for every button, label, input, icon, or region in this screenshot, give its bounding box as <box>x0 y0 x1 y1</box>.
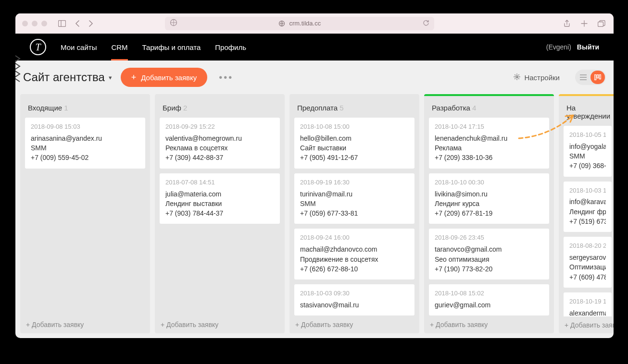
lead-card[interactable]: 2018-09-08 15:03arinasanina@yandex.ruSMM… <box>25 118 145 169</box>
card-email: valentiva@homegrown.ru <box>165 133 274 143</box>
card-date: 2018-08-20 22:45 <box>569 242 606 251</box>
lead-card[interactable]: 2018-07-08 14:51julia@materia.comЛендинг… <box>160 173 280 224</box>
add-lead-label: Добавить заявку <box>141 73 197 82</box>
column-add-button[interactable]: Добавить заявку <box>155 316 285 333</box>
tilda-logo[interactable]: T <box>30 39 46 55</box>
column-header[interactable]: На утверждении <box>559 96 614 126</box>
column-count: 4 <box>472 104 476 112</box>
kanban-column: На утверждении2018-10-05 10:10info@yogal… <box>559 94 614 333</box>
card-phone: +7 (059) 677-33-81 <box>300 208 409 218</box>
card-phone: +7 (009) 559-45-02 <box>31 153 139 162</box>
column-header[interactable]: Бриф2 <box>155 96 285 118</box>
card-service: SMM <box>300 199 409 208</box>
card-email: guriev@gmail.com <box>435 300 543 310</box>
traffic-lights <box>22 21 47 26</box>
card-phone: +7 (190) 773-82-20 <box>435 264 543 274</box>
card-service: Лендинг франшизы <box>569 207 606 217</box>
card-date: 2018-10-24 17:15 <box>435 122 543 132</box>
card-phone: +7 (626) 672-88-10 <box>300 264 409 274</box>
kanban-view-button[interactable] <box>590 71 605 84</box>
card-date: 2018-09-19 16:30 <box>300 178 409 187</box>
add-lead-button[interactable]: + Добавить заявку <box>121 68 208 87</box>
column-cards: 2018-09-08 15:03arinasanina@yandex.ruSMM… <box>20 118 150 316</box>
logout-link[interactable]: Выйти <box>577 43 599 51</box>
user-name: (Evgeni) <box>546 43 571 51</box>
lead-card[interactable]: 2018-08-20 22:45sergeysarov@yaОптимизаци… <box>564 237 612 288</box>
column-cards: 2018-10-08 15:00hello@billen.comСайт выс… <box>289 118 419 316</box>
lead-card[interactable]: 2018-10-03 09:30stasivanov@mail.ru <box>294 284 414 315</box>
card-email: turinivan@mail.ru <box>300 189 409 199</box>
card-service: Оптимизация <box>569 262 606 272</box>
column-header[interactable]: Входящие1 <box>20 96 150 118</box>
lead-card[interactable]: 2018-09-26 23:45taranovco@gmail.comSeo о… <box>429 229 549 279</box>
view-toggle <box>575 70 606 85</box>
svg-rect-6 <box>595 75 596 80</box>
nav-item[interactable]: Тарифы и оплата <box>142 34 201 61</box>
url-bar[interactable]: crm.tilda.cc <box>165 17 434 30</box>
card-email: julia@materia.com <box>165 189 274 199</box>
list-view-button[interactable] <box>576 71 590 84</box>
settings-link[interactable]: Настройки <box>514 73 560 82</box>
column-cards: 2018-10-24 17:15lenenadenchuk@mail.ruРек… <box>424 118 554 316</box>
lead-card[interactable]: 2018-10-08 15:02guriev@gmail.com <box>429 284 549 315</box>
kanban-board: Входящие12018-09-08 15:03arinasanina@yan… <box>15 94 614 338</box>
card-phone: +7 (519) 673- <box>569 217 606 226</box>
lead-card[interactable]: 2018-10-05 10:10info@yogalandSMM+7 (09) … <box>564 126 612 177</box>
board-title-text: Сайт агентства <box>23 71 105 84</box>
refresh-icon[interactable] <box>423 19 429 27</box>
zoom-dot[interactable] <box>41 21 47 26</box>
nav-item[interactable]: CRM <box>111 34 127 61</box>
browser-chrome: crm.tilda.cc <box>15 13 614 34</box>
chevron-down-icon: ▾ <box>109 74 112 81</box>
tabs-icon[interactable] <box>596 18 607 29</box>
board-title-dropdown[interactable]: Сайт агентства ▾ <box>23 71 112 84</box>
column-add-button[interactable]: Добавить заявку <box>559 316 614 333</box>
column-header[interactable]: Предоплата5 <box>289 96 419 118</box>
kanban-column: Предоплата52018-10-08 15:00hello@billen.… <box>289 94 419 333</box>
svg-rect-8 <box>600 75 601 79</box>
column-add-button[interactable]: Добавить заявку <box>20 316 150 333</box>
lead-card[interactable]: 2018-09-24 16:00machail@zhdanovco.comПро… <box>294 229 414 279</box>
lead-card[interactable]: 2018-10-03 16:30info@karavai.ruЛендинг ф… <box>564 182 612 232</box>
lead-card[interactable]: 2018-09-29 15:22valentiva@homegrown.ruРе… <box>160 118 280 169</box>
forward-icon[interactable] <box>86 18 96 29</box>
column-title: Предоплата <box>297 104 338 112</box>
column-title: Бриф <box>163 104 181 112</box>
lead-card[interactable]: 2018-10-08 15:00hello@billen.comСайт выс… <box>294 118 414 169</box>
card-phone: +7 (209) 338-10-36 <box>435 153 543 162</box>
board-toolbar: Сайт агентства ▾ + Добавить заявку ••• Н… <box>15 61 614 94</box>
card-email: info@yogaland <box>569 142 606 151</box>
card-date: 2018-10-10 00:30 <box>435 178 543 187</box>
kanban-column: Входящие12018-09-08 15:03arinasanina@yan… <box>20 94 150 333</box>
column-cards: 2018-09-29 15:22valentiva@homegrown.ruРе… <box>155 118 285 316</box>
card-date: 2018-10-05 10:10 <box>569 131 606 140</box>
column-add-button[interactable]: Добавить заявку <box>424 316 554 333</box>
back-icon[interactable] <box>72 18 83 29</box>
more-icon[interactable]: ••• <box>216 70 236 85</box>
column-header[interactable]: Разработка4 <box>424 96 554 118</box>
card-email: arinasanina@yandex.ru <box>31 133 139 143</box>
nav-item[interactable]: Мои сайты <box>61 34 97 61</box>
lead-card[interactable]: 2018-10-10 00:30livikina@simon.ruЛендинг… <box>429 173 549 224</box>
card-email: hello@billen.com <box>300 133 409 143</box>
lead-card[interactable]: 2018-09-19 16:30turinivan@mail.ruSMM+7 (… <box>294 173 414 224</box>
card-phone: +7 (609) 478- <box>569 272 606 282</box>
lead-card[interactable]: 2018-10-19 16:30alexandermalin <box>564 292 612 316</box>
close-dot[interactable] <box>22 21 28 26</box>
column-title: Входящие <box>28 104 62 112</box>
lead-card[interactable]: 2018-10-24 17:15lenenadenchuk@mail.ruРек… <box>429 118 549 169</box>
card-date: 2018-10-08 15:00 <box>300 122 409 132</box>
new-tab-icon[interactable] <box>579 18 590 29</box>
minimize-dot[interactable] <box>32 21 38 26</box>
svg-point-5 <box>516 75 518 77</box>
nav-item[interactable]: Профиль <box>215 34 246 61</box>
column-cards: 2018-10-05 10:10info@yogalandSMM+7 (09) … <box>559 126 614 316</box>
app-nav: T Мои сайтыCRMТарифы и оплатаПрофиль (Ev… <box>15 34 614 61</box>
card-email: machail@zhdanovco.com <box>300 244 409 254</box>
column-count: 5 <box>339 104 343 112</box>
sidebar-icon[interactable] <box>57 18 67 29</box>
share-icon[interactable] <box>562 18 572 29</box>
url-text: crm.tilda.cc <box>289 20 321 27</box>
card-email: stasivanov@mail.ru <box>300 300 409 310</box>
column-add-button[interactable]: Добавить заявку <box>289 316 419 333</box>
